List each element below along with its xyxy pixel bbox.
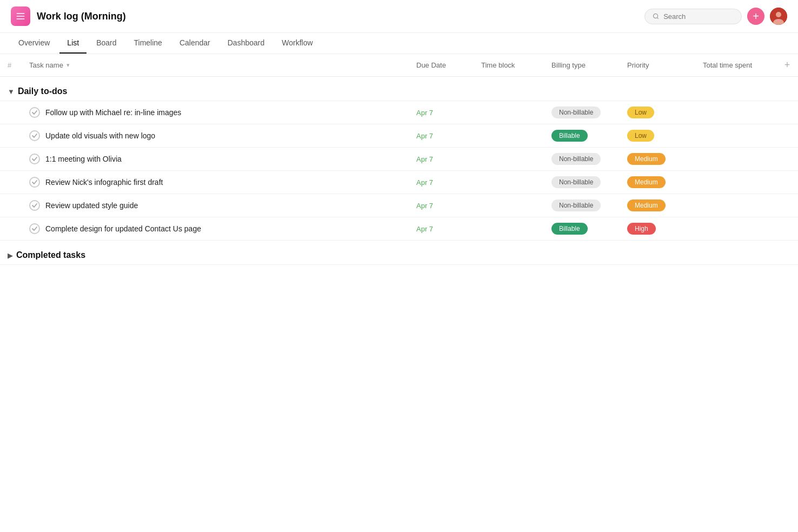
col-header-due-date: Due Date [409, 54, 474, 77]
svg-point-6 [776, 12, 781, 17]
table-row[interactable]: Review Nick's infographic first draft Ap… [0, 171, 798, 194]
billing-badge[interactable]: Non-billable [551, 200, 601, 211]
task-billing-type: Non-billable [544, 171, 620, 194]
task-check-icon[interactable] [29, 130, 40, 141]
task-name-cell: 1:1 meeting with Olivia [22, 148, 409, 171]
priority-badge[interactable]: Medium [627, 176, 666, 188]
task-due-date: Apr 7 [409, 124, 474, 148]
task-priority: High [620, 217, 695, 241]
task-due-date: Apr 7 [409, 171, 474, 194]
svg-line-4 [657, 17, 658, 18]
task-hash [0, 171, 22, 194]
task-name: Review Nick's infographic first draft [45, 178, 163, 187]
table-row[interactable]: Follow up with Michael re: in-line image… [0, 101, 798, 124]
task-check-icon[interactable] [29, 223, 40, 234]
task-total-time [695, 148, 776, 171]
task-add-col [776, 217, 798, 241]
section-toggle-completed[interactable]: ▶ [8, 251, 13, 260]
tab-overview[interactable]: Overview [11, 33, 57, 54]
task-billing-type: Non-billable [544, 101, 620, 124]
task-add-col [776, 101, 798, 124]
svg-point-3 [654, 14, 658, 18]
task-check-icon[interactable] [29, 177, 40, 188]
task-add-col [776, 171, 798, 194]
priority-badge[interactable]: Medium [627, 200, 666, 211]
task-hash [0, 124, 22, 148]
add-button[interactable]: + [747, 8, 764, 25]
table-header-row: # Task name ▾ Due Date Time block Billin… [0, 54, 798, 77]
table-row[interactable]: 1:1 meeting with Olivia Apr 7 Non-billab… [0, 148, 798, 171]
task-time-block [474, 124, 544, 148]
task-due-date: Apr 7 [409, 148, 474, 171]
col-header-total-time: Total time spent [695, 54, 776, 77]
priority-badge[interactable]: Medium [627, 153, 666, 165]
task-check-icon[interactable] [29, 107, 40, 118]
task-name-chevron-icon[interactable]: ▾ [66, 62, 70, 69]
tab-workflow[interactable]: Workflow [274, 33, 320, 54]
table-row[interactable]: Update old visuals with new logo Apr 7 B… [0, 124, 798, 148]
section-title-completed: Completed tasks [16, 250, 85, 260]
task-billing-type: Billable [544, 217, 620, 241]
task-check-icon[interactable] [29, 200, 40, 211]
task-time-block [474, 148, 544, 171]
task-billing-type: Billable [544, 124, 620, 148]
task-time-block [474, 171, 544, 194]
task-total-time [695, 101, 776, 124]
tab-board[interactable]: Board [89, 33, 124, 54]
task-due-date: Apr 7 [409, 101, 474, 124]
task-billing-type: Non-billable [544, 194, 620, 217]
tab-calendar[interactable]: Calendar [172, 33, 218, 54]
nav-tabs: Overview List Board Timeline Calendar Da… [0, 33, 798, 54]
svg-rect-0 [17, 13, 25, 14]
add-column-icon[interactable]: + [784, 59, 790, 70]
task-check-icon[interactable] [29, 154, 40, 164]
search-icon [653, 12, 659, 20]
avatar[interactable] [770, 8, 787, 25]
billing-badge[interactable]: Non-billable [551, 176, 601, 188]
tab-list[interactable]: List [59, 33, 87, 54]
task-priority: Low [620, 101, 695, 124]
task-name-cell: Review Nick's infographic first draft [22, 171, 409, 194]
billing-badge[interactable]: Non-billable [551, 107, 601, 118]
task-table: # Task name ▾ Due Date Time block Billin… [0, 54, 798, 265]
task-add-col [776, 148, 798, 171]
section-header-completed: ▶ Completed tasks [0, 241, 798, 265]
task-name: Review updated style guide [45, 201, 138, 210]
task-name-cell: Update old visuals with new logo [22, 124, 409, 148]
task-due-date: Apr 7 [409, 217, 474, 241]
search-bar[interactable] [644, 9, 742, 24]
section-title-daily: Daily to-dos [18, 87, 68, 96]
task-name: 1:1 meeting with Olivia [45, 155, 122, 163]
task-priority: Medium [620, 171, 695, 194]
task-name-cell: Follow up with Michael re: in-line image… [22, 101, 409, 124]
project-title: Work log (Morning) [37, 11, 638, 22]
table-row[interactable]: Review updated style guide Apr 7 Non-bil… [0, 194, 798, 217]
task-time-block [474, 194, 544, 217]
app-icon[interactable] [11, 6, 30, 26]
priority-badge[interactable]: High [627, 223, 656, 235]
table-row[interactable]: Complete design for updated Contact Us p… [0, 217, 798, 241]
billing-badge[interactable]: Non-billable [551, 153, 601, 165]
section-toggle-daily[interactable]: ▼ [8, 88, 15, 96]
col-header-add[interactable]: + [776, 54, 798, 77]
tab-dashboard[interactable]: Dashboard [220, 33, 272, 54]
billing-badge[interactable]: Billable [551, 130, 588, 142]
billing-badge[interactable]: Billable [551, 223, 588, 235]
search-input[interactable] [663, 12, 734, 21]
priority-badge[interactable]: Low [627, 107, 654, 118]
priority-badge[interactable]: Low [627, 130, 654, 142]
task-add-col [776, 124, 798, 148]
svg-rect-2 [17, 18, 25, 19]
task-due-date: Apr 7 [409, 194, 474, 217]
task-total-time [695, 124, 776, 148]
task-priority: Low [620, 124, 695, 148]
app-header: Work log (Morning) + [0, 0, 798, 33]
col-header-task: Task name ▾ [22, 54, 409, 77]
task-billing-type: Non-billable [544, 148, 620, 171]
col-header-billing-type: Billing type [544, 54, 620, 77]
svg-rect-1 [17, 16, 25, 17]
task-name: Follow up with Michael re: in-line image… [45, 108, 181, 117]
task-time-block [474, 101, 544, 124]
menu-icon [15, 11, 26, 22]
tab-timeline[interactable]: Timeline [127, 33, 170, 54]
